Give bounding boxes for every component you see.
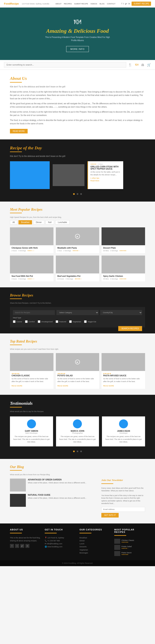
recipe-day-subtitle: Kile don't Try to the delicious and besi… xyxy=(10,155,145,157)
copyright: © 2024 FoodBlog. All Rights Reserved. xyxy=(62,562,93,564)
recipe-day-title: Recipe of the Day xyxy=(10,145,145,150)
popular-underline xyxy=(10,213,22,213)
blog-section: Our Blog What would you like to know fro… xyxy=(0,459,155,524)
top-play-button-2[interactable]: ▶ xyxy=(75,360,80,364)
top-read-more-2[interactable]: READ MORE xyxy=(58,385,68,387)
top-read-more-3[interactable]: READ MORE xyxy=(103,385,114,387)
recipe-card-title-2: Meatballs with Pasta xyxy=(58,247,98,249)
testimonials-title: Testimonials xyxy=(10,401,145,406)
newsletter-email-input[interactable] xyxy=(101,507,145,512)
nav-videos[interactable]: VIDEOS xyxy=(90,3,97,5)
footer-fb-icon[interactable]: f xyxy=(10,544,14,548)
recipe-card-4: Sea Food With Hot Pot 3 hours 5 Servings… xyxy=(10,256,54,282)
recipe-card-desc: At the corner for the table, we'll put i… xyxy=(90,171,121,176)
filter-breakfast[interactable]: Breakfast xyxy=(18,220,32,224)
navbar-logo: FoodRecipe xyxy=(4,2,19,5)
dot-3[interactable] xyxy=(80,193,82,195)
twitter-icon[interactable]: t xyxy=(123,2,124,5)
top-recipe-body-3: ★★★★★ PASTA INFUSED SAUCE So the some of… xyxy=(102,371,145,389)
cart-icon[interactable]: 🛒 xyxy=(147,63,151,67)
browse-submit-button[interactable]: SEARCH RECIPES xyxy=(118,326,142,331)
top-desc-3: So the some of food is some to the bette… xyxy=(103,378,144,383)
testimonial-text-2: The recipes are great, some of the best … xyxy=(59,435,96,444)
google-plus-icon[interactable]: g+ xyxy=(125,2,127,5)
footer-bottom: © 2024 FoodBlog. All Rights Reserved. xyxy=(0,560,155,566)
dot-2[interactable] xyxy=(77,193,78,195)
footer-phone[interactable]: 📞 +1 234 567 890 xyxy=(45,539,76,542)
newsletter-title: Join Our Newsletter xyxy=(101,478,145,482)
search-input[interactable] xyxy=(4,62,126,68)
footer-website[interactable]: 🌐 www.foodblog.com xyxy=(45,545,76,548)
hero-subtitle: This Is Presenting A Modern Food Templat… xyxy=(4,36,151,42)
footer-cat-4[interactable]: Desserts xyxy=(80,545,110,548)
recipe-card-3: Dessert Plate 30 Mins 3 Servings ★★★★★ xyxy=(102,228,145,253)
browse-country-select[interactable]: Country/City xyxy=(100,310,142,315)
scale-icon[interactable]: ⚖ xyxy=(141,63,144,67)
footer-in-icon[interactable]: in xyxy=(26,544,30,548)
browse-checkboxes: Course Comfort Uncategorized Featured Ve… xyxy=(13,320,142,323)
recipe-stars-3: ★★★★★ xyxy=(120,250,126,252)
footer-recipe-3: Pasta Sauce ★★★★★ xyxy=(114,551,145,556)
nav-recipes[interactable]: RECIPES xyxy=(64,3,72,5)
recipe-calories-5: 4 Servings xyxy=(66,278,73,280)
recipe-stars-6: ★★★★★ xyxy=(120,278,126,280)
recipe-time-2: 1 hour xyxy=(58,250,62,252)
browse-category-select[interactable]: Select Category xyxy=(56,310,98,315)
footer-gp-icon[interactable]: g+ xyxy=(20,544,24,548)
recipe-card-6: Spicy Garlic Chicken 45 Mins 6 Servings … xyxy=(102,256,145,282)
recipe-card-read-more[interactable]: Read More xyxy=(90,180,99,182)
nav-submit-recipe[interactable]: SUBMIT RECIPE xyxy=(74,3,88,5)
recipe-slider: ★★★★☆ 4 Stars GRILLED CORN STEAK WITH SP… xyxy=(10,161,145,189)
facebook-icon[interactable]: f xyxy=(122,2,122,5)
top-read-more-1[interactable]: READ MORE xyxy=(12,385,22,387)
plate-icon[interactable]: 🍽 xyxy=(135,63,138,66)
browse-search-input[interactable] xyxy=(13,310,55,315)
footer-popular-title: MOST POPULAR RECIPES xyxy=(114,528,145,533)
dot-1[interactable] xyxy=(73,193,75,195)
play-button-2[interactable]: ▶ xyxy=(75,234,80,239)
filter-lunchable[interactable]: Lunchable xyxy=(55,220,70,224)
footer-cat-2[interactable]: Dinner xyxy=(80,539,110,542)
top-recipe-body-2: ★★★★★ POTATO SALAD So the some of food i… xyxy=(56,371,99,389)
recipe-card-body-4: Sea Food With Hot Pot 3 hours 5 Servings… xyxy=(10,274,54,282)
about-read-more-button[interactable]: READ MORE xyxy=(10,129,28,134)
footer-tw-icon[interactable]: t xyxy=(15,544,19,548)
hero-icon: 🍽 xyxy=(4,18,151,26)
footer-recipe-thumb-3 xyxy=(114,551,120,556)
footer-cat-3[interactable]: Lunch xyxy=(80,542,110,545)
filter-all[interactable]: All xyxy=(10,220,17,224)
nav-about[interactable]: ABOUT xyxy=(56,3,62,5)
recipe-time-4: 3 hours xyxy=(12,278,17,280)
footer-cat-1[interactable]: Breakfast xyxy=(80,536,110,539)
testimonial-dot-3[interactable] xyxy=(80,450,82,452)
hero-more-info-button[interactable]: MORE INFO xyxy=(66,46,89,52)
recipe-card-title-6: Spicy Garlic Chicken xyxy=(103,275,144,277)
recipe-card-img-3 xyxy=(102,228,145,245)
popular-recipes-section: Meet Popular Recipes High Speed Recipes … xyxy=(0,202,155,287)
blog-sidebar: Join Our Newsletter Fancy news, best ide… xyxy=(101,478,145,518)
footer-cat-6[interactable]: Beverages xyxy=(80,552,110,554)
newsletter-submit-button[interactable]: GET INTO IT xyxy=(101,513,119,518)
about-section: About Us Kile don't Try to the delicious… xyxy=(0,70,155,140)
recipe-meta-2: 1 hour 2 Servings ★★★★☆ xyxy=(58,250,98,252)
testimonial-dot-2[interactable] xyxy=(77,450,78,452)
recipe-card-tips: 1 other tips xyxy=(90,177,121,180)
nav-contact[interactable]: CONTACT xyxy=(107,3,116,5)
testimonial-dot-1[interactable] xyxy=(73,450,75,452)
footer-social: f t g+ in xyxy=(10,544,41,548)
submit-recipe-button[interactable]: SUBMIT RECIPE xyxy=(132,2,151,6)
utensils-icon[interactable]: 🍴 xyxy=(128,63,132,67)
checkbox-featured: Featured xyxy=(56,320,66,323)
footer-recipe-title-1: Chicken Classic xyxy=(122,539,134,541)
footer-cat-5[interactable]: Vegetarian xyxy=(80,548,110,552)
filter-null[interactable]: Null xyxy=(46,220,54,224)
linkedin-icon[interactable]: in xyxy=(128,2,130,5)
footer-email[interactable]: ✉ info@foodblog.com xyxy=(45,542,76,545)
popular-recipe-grid: Chickpeas Genes with Herb 2 hours 4 Serv… xyxy=(10,228,145,282)
recipe-time-3: 30 Mins xyxy=(103,250,109,252)
browse-title: Browse Recipes xyxy=(10,293,145,298)
filter-dinner[interactable]: Dinner xyxy=(33,220,44,224)
nav-blog[interactable]: BLOG xyxy=(100,3,104,5)
testimonials-subtitle: What would you like to say for the Recip… xyxy=(10,410,145,412)
testimonial-name-1: GARY SIMION xyxy=(13,430,50,432)
